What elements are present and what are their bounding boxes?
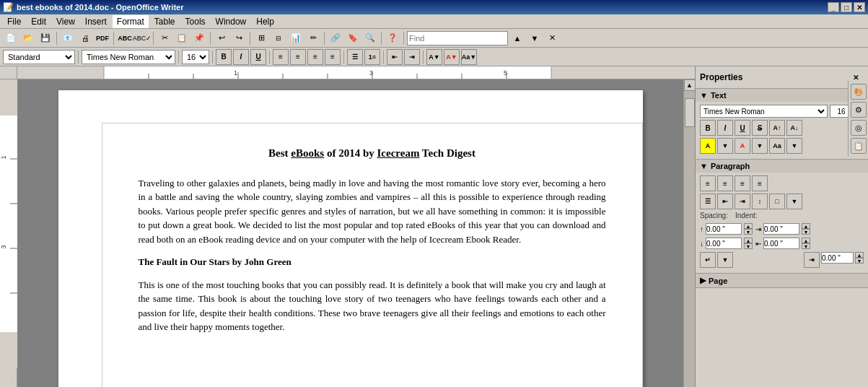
close-button[interactable]: ✕ [854, 2, 865, 12]
bullets-button[interactable]: ☰ [347, 49, 363, 65]
italic-button[interactable]: I [233, 49, 249, 65]
para-line-spacing[interactable]: ↕ [752, 194, 768, 209]
text-section-header[interactable]: ▼ Text [696, 89, 868, 102]
para-align-left[interactable]: ≡ [700, 175, 716, 191]
paragraph-section-header[interactable]: ▼ Paragraph [696, 160, 868, 173]
menu-table[interactable]: Table [150, 15, 180, 28]
copy-button[interactable]: 📋 [174, 30, 190, 46]
font-color-button[interactable]: A▼ [444, 49, 460, 65]
spacing-above-up[interactable]: ▲ [744, 223, 753, 229]
highlight-color-arrow[interactable]: ▼ [717, 138, 733, 154]
indent-right-up[interactable]: ▲ [802, 238, 810, 243]
menu-window[interactable]: Window [211, 15, 251, 28]
spacing-below-down[interactable]: ▼ [744, 243, 753, 249]
panel-icon-1[interactable]: 🎨 [851, 84, 867, 100]
align-center-button[interactable]: ≡ [290, 49, 306, 65]
highlight-color-btn[interactable]: A [700, 138, 716, 154]
spellcheck-button[interactable]: ABC [117, 30, 133, 46]
tab-stop-down[interactable]: ▼ [855, 258, 864, 264]
scroll-thumb[interactable] [685, 98, 695, 127]
email-button[interactable]: 📧 [60, 30, 76, 46]
open-button[interactable]: 📂 [20, 30, 36, 46]
menu-tools[interactable]: Tools [181, 15, 210, 28]
spacing-above-down[interactable]: ▼ [744, 229, 753, 235]
redo-button[interactable]: ↪ [231, 30, 247, 46]
find-button[interactable]: 🔍 [362, 30, 378, 46]
print-button[interactable]: 🖨 [77, 30, 93, 46]
find-prev-button[interactable]: ▲ [509, 30, 525, 46]
size-selector[interactable]: 16 [182, 50, 209, 64]
align-left-button[interactable]: ≡ [273, 49, 289, 65]
text-strikethrough-button[interactable]: S [752, 120, 768, 136]
scroll-track[interactable] [684, 91, 695, 387]
text-underline-button[interactable]: U [735, 120, 750, 136]
indent-left-up[interactable]: ▲ [802, 223, 810, 229]
spacing-above-input[interactable] [706, 223, 742, 235]
undo-button[interactable]: ↩ [214, 30, 229, 46]
new-button[interactable]: 📄 [3, 30, 19, 46]
help-button[interactable]: ❓ [385, 30, 400, 46]
menu-edit[interactable]: Edit [27, 15, 51, 28]
hyperlink-button[interactable]: 🔗 [328, 30, 343, 46]
font-name-selector[interactable]: Times New Roman [700, 105, 828, 118]
para-tab-align[interactable]: ⇥ [804, 252, 820, 268]
cut-button[interactable]: ✂ [157, 30, 172, 46]
font-color-arrow[interactable]: ▼ [752, 138, 768, 154]
text-size-up-button[interactable]: A↑ [769, 120, 785, 136]
menu-help[interactable]: Help [252, 15, 279, 28]
draw-button[interactable]: ✏ [305, 30, 321, 46]
highlight-button[interactable]: A▼ [426, 49, 442, 65]
para-indent-less[interactable]: ⇤ [717, 194, 733, 209]
char-format-button[interactable]: Aa▼ [461, 49, 477, 65]
text-size-down-button[interactable]: A↓ [786, 120, 802, 136]
table-button[interactable]: ⊞ [253, 30, 269, 46]
indent-more-button[interactable]: ⇥ [404, 49, 420, 65]
page-section-header[interactable]: ▶ Page [696, 274, 868, 287]
font-color-btn[interactable]: A [735, 138, 750, 154]
find-input[interactable] [407, 31, 508, 45]
font-selector[interactable]: Times New Roman [82, 50, 175, 64]
text-italic-button[interactable]: I [717, 120, 733, 136]
minimize-button[interactable]: _ [828, 2, 839, 12]
autocorrect-button[interactable]: ABC✓ [134, 30, 150, 46]
chart-button[interactable]: 📊 [288, 30, 304, 46]
tab-stop-input[interactable] [821, 252, 854, 264]
menu-file[interactable]: File [3, 15, 25, 28]
align-right-button[interactable]: ≡ [307, 49, 323, 65]
text-case-arrow[interactable]: ▼ [786, 138, 802, 154]
indent-right-down[interactable]: ▼ [802, 243, 810, 249]
underline-button[interactable]: U [250, 49, 266, 65]
menu-insert[interactable]: Insert [81, 15, 111, 28]
para-align-justify[interactable]: ≡ [752, 175, 768, 191]
panel-icon-3[interactable]: ◎ [851, 120, 867, 136]
para-borders-arrow[interactable]: ▼ [786, 194, 802, 209]
menu-format[interactable]: Format [113, 15, 149, 28]
find-next-button[interactable]: ▼ [527, 30, 543, 46]
scroll-up-button[interactable]: ▲ [684, 79, 696, 91]
bookmark-button[interactable]: 🔖 [345, 30, 361, 46]
numbering-button[interactable]: 1≡ [364, 49, 380, 65]
save-button[interactable]: 💾 [38, 30, 53, 46]
bold-button[interactable]: B [216, 49, 232, 65]
para-align-right[interactable]: ≡ [735, 175, 750, 191]
indent-right-input[interactable] [763, 238, 799, 249]
text-bold-button[interactable]: B [700, 120, 716, 136]
align-justify-button[interactable]: ≡ [325, 49, 341, 65]
panel-icon-4[interactable]: 📋 [851, 138, 867, 154]
menu-view[interactable]: View [52, 15, 79, 28]
text-case-btn[interactable]: Aa [769, 138, 785, 154]
para-borders[interactable]: □ [769, 194, 785, 209]
panel-icon-2[interactable]: ⚙ [851, 102, 867, 118]
find-close-button[interactable]: ✕ [544, 30, 560, 46]
tab-stop-up[interactable]: ▲ [855, 252, 864, 258]
insert-rows-button[interactable]: ⊟ [271, 30, 286, 46]
pdf-button[interactable]: PDF [95, 30, 110, 46]
para-bullets-btn[interactable]: ☰ [700, 194, 716, 209]
indent-less-button[interactable]: ⇤ [387, 49, 403, 65]
maximize-button[interactable]: □ [841, 2, 852, 12]
para-align-center[interactable]: ≡ [717, 175, 733, 191]
para-extra-1[interactable]: ↵ [700, 252, 716, 268]
spacing-below-up[interactable]: ▲ [744, 238, 753, 243]
spacing-below-input[interactable] [706, 238, 742, 249]
indent-left-input[interactable] [763, 223, 799, 235]
